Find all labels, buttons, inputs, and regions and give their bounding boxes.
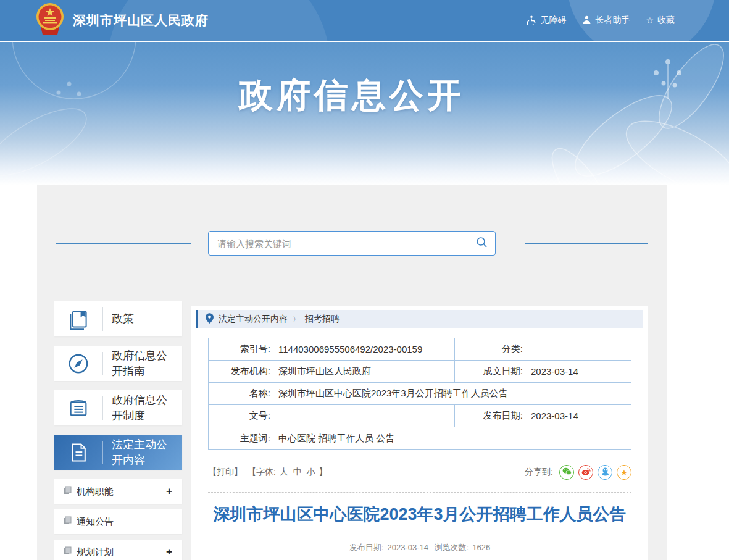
- search-button[interactable]: [476, 236, 488, 250]
- table-row: 文号: 发布日期: 2023-03-14: [209, 405, 631, 427]
- publish-date-label: 发布日期:: [455, 410, 523, 422]
- pages-icon: [63, 486, 72, 497]
- article-tools: 【打印】 【字体: 大 中 小 】 分享到:: [208, 465, 631, 480]
- article-meta: 发布日期:2023-03-14 浏览次数:1626: [191, 542, 648, 553]
- article-card: 法定主动公开内容 〉 招考招聘 索引号: 114403006955506492/…: [191, 306, 648, 560]
- decorative-line-right: [525, 243, 648, 244]
- qq-share-button[interactable]: [598, 465, 612, 480]
- search-icon: [476, 236, 488, 250]
- breadcrumb-link-statutory-disclosure[interactable]: 法定主动公开内容: [219, 314, 288, 325]
- written-date-label: 成文日期:: [455, 366, 523, 377]
- accessibility-label: 无障碍: [540, 15, 566, 26]
- divider: [102, 441, 103, 464]
- share-label: 分享到:: [525, 467, 553, 478]
- site-title: 深圳市坪山区人民政府: [73, 12, 209, 29]
- document-info-table: 索引号: 114403006955506492/2023-00159 分类: 发…: [208, 338, 631, 450]
- wechat-share-icon: [562, 467, 572, 477]
- accessibility-icon: [527, 15, 536, 26]
- page: 深圳市坪山区人民政府 无障碍 长者助手 ☆ 收藏: [0, 0, 729, 560]
- location-pin-icon: [206, 313, 214, 326]
- divider: [102, 396, 103, 420]
- elder-helper-icon: [582, 15, 591, 26]
- header-utility-links: 无障碍 长者助手 ☆ 收藏: [527, 15, 675, 26]
- site-brand[interactable]: 深圳市坪山区人民政府: [35, 2, 209, 38]
- table-row: 索引号: 114403006955506492/2023-00159 分类:: [209, 338, 631, 361]
- breadcrumb-current-recruitment: 招考招聘: [305, 314, 340, 325]
- expand-plus-icon[interactable]: +: [166, 546, 172, 558]
- qzone-share-icon: ★: [620, 468, 628, 477]
- font-size-prefix: 【字体:: [248, 467, 276, 477]
- page-title: 政府信息公开: [37, 73, 667, 119]
- sidebar-subitem-plans[interactable]: 规划计划 +: [54, 540, 182, 560]
- document-icon: [54, 441, 102, 464]
- print-button[interactable]: 【打印】: [208, 467, 243, 478]
- divider: [102, 307, 103, 331]
- sidebar-item-policy[interactable]: 政策: [54, 301, 182, 336]
- font-size-medium-button[interactable]: 中: [293, 467, 302, 477]
- sidebar-item-disclosure-system[interactable]: 政府信息公开制度: [54, 390, 182, 425]
- sidebar-item-label: 法定主动公开内容: [112, 437, 173, 468]
- compass-icon: [54, 352, 102, 375]
- elder-helper-link[interactable]: 长者助手: [582, 15, 630, 26]
- breadcrumb-separator: 〉: [293, 314, 300, 325]
- doc-name-value: 深圳市坪山区中心医院2023年3月公开招聘工作人员公告: [278, 388, 508, 399]
- sidebar-subitem-notices[interactable]: 通知公告: [54, 509, 182, 534]
- accessibility-link[interactable]: 无障碍: [527, 15, 566, 26]
- sidebar-item-label: 政府信息公开制度: [112, 393, 173, 424]
- publish-date-value: 2023-03-14: [531, 411, 578, 421]
- keywords-value: 中心医院 招聘工作人员 公告: [278, 433, 394, 445]
- book-icon: [54, 308, 102, 330]
- sidebar-subitem-label: 通知公告: [77, 516, 172, 528]
- elder-helper-label: 长者助手: [595, 15, 630, 26]
- expand-plus-icon[interactable]: +: [166, 485, 172, 498]
- sidebar-item-statutory-disclosure[interactable]: 法定主动公开内容: [54, 435, 182, 470]
- qzone-share-button[interactable]: ★: [617, 465, 631, 480]
- views-meta-label: 浏览次数:: [435, 543, 469, 552]
- font-size-suffix: 】: [319, 467, 327, 477]
- wechat-share-button[interactable]: [559, 465, 574, 480]
- content-panel: 政策 政府信息公开指南: [37, 185, 667, 560]
- publish-date-meta-value: 2023-03-14: [387, 543, 428, 552]
- doc-number-label: 文号:: [209, 410, 270, 422]
- breadcrumb: 法定主动公开内容 〉 招考招聘: [196, 310, 643, 328]
- table-row: 名称: 深圳市坪山区中心医院2023年3月公开招聘工作人员公告: [209, 383, 631, 405]
- weibo-share-button[interactable]: [578, 465, 593, 480]
- star-icon: ☆: [646, 16, 654, 25]
- sidebar-subitem-label: 规划计划: [77, 546, 166, 558]
- notebook-icon: [54, 396, 102, 420]
- sidebar-item-label: 政策: [112, 311, 173, 327]
- pages-icon: [63, 546, 72, 558]
- font-size-large-button[interactable]: 大: [280, 467, 288, 477]
- publisher-label: 发布机构:: [209, 366, 270, 377]
- views-meta-value: 1626: [472, 543, 490, 552]
- font-size-small-button[interactable]: 小: [307, 467, 315, 477]
- pages-icon: [63, 516, 72, 527]
- site-header: 深圳市坪山区人民政府 无障碍 长者助手 ☆ 收藏: [0, 0, 729, 41]
- search-input[interactable]: [217, 238, 476, 249]
- publish-date-meta-label: 发布日期:: [349, 543, 384, 552]
- publisher-value: 深圳市坪山区人民政府: [278, 366, 371, 377]
- favorite-label: 收藏: [657, 15, 675, 26]
- written-date-value: 2023-03-14: [531, 366, 578, 377]
- qq-share-icon: [601, 467, 609, 478]
- doc-name-label: 名称:: [209, 388, 270, 399]
- national-emblem-icon: [35, 2, 65, 38]
- sidebar: 政策 政府信息公开指南: [54, 301, 182, 560]
- favorite-link[interactable]: ☆ 收藏: [646, 15, 675, 26]
- weibo-share-icon: [581, 467, 591, 477]
- sidebar-item-label: 政府信息公开指南: [112, 348, 173, 379]
- decorative-line-left: [56, 243, 191, 244]
- sidebar-subitem-label: 机构职能: [77, 486, 166, 498]
- keywords-label: 主题词:: [209, 433, 270, 445]
- sidebar-item-disclosure-guide[interactable]: 政府信息公开指南: [54, 346, 182, 381]
- sidebar-subitem-agency-functions[interactable]: 机构职能 +: [54, 479, 182, 504]
- page-banner: 政府信息公开: [0, 42, 729, 185]
- divider: [102, 352, 103, 375]
- index-number-label: 索引号:: [209, 343, 270, 355]
- index-number-value: 114403006955506492/2023-00159: [278, 344, 422, 354]
- table-row: 发布机构: 深圳市坪山区人民政府 成文日期: 2023-03-14: [209, 361, 631, 383]
- dashed-divider: [208, 492, 631, 493]
- category-label: 分类:: [455, 343, 523, 355]
- article-title: 深圳市坪山区中心医院2023年3月公开招聘工作人员公告: [204, 503, 636, 526]
- search-box: [208, 231, 496, 256]
